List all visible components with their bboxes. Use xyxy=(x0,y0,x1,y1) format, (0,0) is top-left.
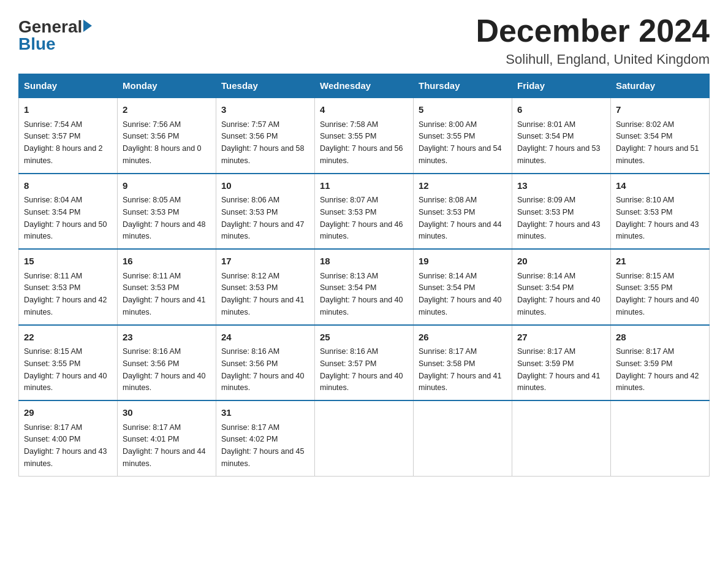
calendar-cell xyxy=(611,400,710,476)
sunset-text: Sunset: 3:54 PM xyxy=(616,132,672,140)
day-number: 14 xyxy=(616,179,704,193)
calendar-cell: 19Sunrise: 8:14 AMSunset: 3:54 PMDayligh… xyxy=(414,249,512,325)
sunrise-text: Sunrise: 8:13 AM xyxy=(320,272,378,280)
daylight-text: Daylight: 7 hours and 40 minutes. xyxy=(320,372,403,393)
sunrise-text: Sunrise: 8:14 AM xyxy=(419,272,477,280)
day-number: 10 xyxy=(221,179,309,193)
daylight-text: Daylight: 8 hours and 2 minutes. xyxy=(24,144,103,165)
logo: General Blue xyxy=(18,18,92,53)
sunset-text: Sunset: 4:01 PM xyxy=(123,435,179,443)
daylight-text: Daylight: 7 hours and 56 minutes. xyxy=(320,144,403,165)
calendar-cell: 8Sunrise: 8:04 AMSunset: 3:54 PMDaylight… xyxy=(19,174,118,250)
calendar-cell: 30Sunrise: 8:17 AMSunset: 4:01 PMDayligh… xyxy=(118,400,216,476)
header-row: SundayMondayTuesdayWednesdayThursdayFrid… xyxy=(19,74,710,98)
daylight-text: Daylight: 7 hours and 40 minutes. xyxy=(24,372,107,393)
sunrise-text: Sunrise: 8:08 AM xyxy=(419,196,477,204)
day-number: 23 xyxy=(123,331,211,345)
day-number: 3 xyxy=(221,103,309,117)
calendar-cell: 18Sunrise: 8:13 AMSunset: 3:54 PMDayligh… xyxy=(315,249,414,325)
day-number: 5 xyxy=(419,103,507,117)
daylight-text: Daylight: 7 hours and 48 minutes. xyxy=(123,220,206,241)
day-header-sunday: Sunday xyxy=(19,74,118,98)
sunrise-text: Sunrise: 7:54 AM xyxy=(24,120,82,129)
sunset-text: Sunset: 3:55 PM xyxy=(616,283,672,292)
sunset-text: Sunset: 3:57 PM xyxy=(24,132,80,140)
sunset-text: Sunset: 3:54 PM xyxy=(24,208,80,216)
day-number: 29 xyxy=(24,406,112,420)
calendar-cell: 11Sunrise: 8:07 AMSunset: 3:53 PMDayligh… xyxy=(315,174,414,250)
week-row-1: 1Sunrise: 7:54 AMSunset: 3:57 PMDaylight… xyxy=(19,98,710,174)
daylight-text: Daylight: 7 hours and 43 minutes. xyxy=(517,220,601,241)
sunrise-text: Sunrise: 8:06 AM xyxy=(221,196,279,204)
calendar-table: SundayMondayTuesdayWednesdayThursdayFrid… xyxy=(18,74,710,477)
sunrise-text: Sunrise: 8:17 AM xyxy=(419,347,477,356)
calendar-cell: 17Sunrise: 8:12 AMSunset: 3:53 PMDayligh… xyxy=(216,249,315,325)
calendar-cell: 24Sunrise: 8:16 AMSunset: 3:56 PMDayligh… xyxy=(216,325,315,401)
sunset-text: Sunset: 3:53 PM xyxy=(221,208,278,216)
sunset-text: Sunset: 3:54 PM xyxy=(517,283,574,292)
sunrise-text: Sunrise: 8:09 AM xyxy=(517,196,575,204)
sunset-text: Sunset: 3:53 PM xyxy=(419,208,475,216)
sunrise-text: Sunrise: 8:01 AM xyxy=(517,120,575,129)
day-header-wednesday: Wednesday xyxy=(315,74,414,98)
week-row-3: 15Sunrise: 8:11 AMSunset: 3:53 PMDayligh… xyxy=(19,249,710,325)
daylight-text: Daylight: 7 hours and 40 minutes. xyxy=(419,296,502,316)
sunrise-text: Sunrise: 8:05 AM xyxy=(123,196,181,204)
day-number: 8 xyxy=(24,179,112,193)
daylight-text: Daylight: 7 hours and 44 minutes. xyxy=(419,220,502,241)
day-number: 13 xyxy=(517,179,605,193)
sunrise-text: Sunrise: 8:17 AM xyxy=(24,423,82,432)
week-row-5: 29Sunrise: 8:17 AMSunset: 4:00 PMDayligh… xyxy=(19,400,710,476)
daylight-text: Daylight: 7 hours and 43 minutes. xyxy=(616,220,699,241)
daylight-text: Daylight: 7 hours and 43 minutes. xyxy=(24,447,107,468)
day-number: 17 xyxy=(221,255,309,269)
logo-arrow-icon xyxy=(83,20,92,32)
daylight-text: Daylight: 7 hours and 47 minutes. xyxy=(221,220,305,241)
day-number: 2 xyxy=(123,103,211,117)
daylight-text: Daylight: 7 hours and 41 minutes. xyxy=(419,372,502,393)
sunrise-text: Sunrise: 8:00 AM xyxy=(419,120,477,129)
calendar-cell: 1Sunrise: 7:54 AMSunset: 3:57 PMDaylight… xyxy=(19,98,118,174)
sunset-text: Sunset: 3:55 PM xyxy=(419,132,475,140)
sunrise-text: Sunrise: 8:15 AM xyxy=(24,347,82,356)
sunrise-text: Sunrise: 7:56 AM xyxy=(123,120,181,129)
daylight-text: Daylight: 7 hours and 41 minutes. xyxy=(221,296,305,316)
sunset-text: Sunset: 3:54 PM xyxy=(320,283,376,292)
day-number: 16 xyxy=(123,255,211,269)
daylight-text: Daylight: 8 hours and 0 minutes. xyxy=(123,144,202,165)
sunrise-text: Sunrise: 8:07 AM xyxy=(320,196,378,204)
logo-blue-text: Blue xyxy=(18,34,56,53)
calendar-cell: 23Sunrise: 8:16 AMSunset: 3:56 PMDayligh… xyxy=(118,325,216,401)
calendar-cell: 13Sunrise: 8:09 AMSunset: 3:53 PMDayligh… xyxy=(512,174,611,250)
sunrise-text: Sunrise: 8:17 AM xyxy=(616,347,674,356)
daylight-text: Daylight: 7 hours and 51 minutes. xyxy=(616,144,699,165)
sunrise-text: Sunrise: 8:02 AM xyxy=(616,120,674,129)
sunrise-text: Sunrise: 8:16 AM xyxy=(320,347,378,356)
week-row-2: 8Sunrise: 8:04 AMSunset: 3:54 PMDaylight… xyxy=(19,174,710,250)
sunset-text: Sunset: 3:55 PM xyxy=(24,359,80,368)
daylight-text: Daylight: 7 hours and 44 minutes. xyxy=(123,447,206,468)
daylight-text: Daylight: 7 hours and 58 minutes. xyxy=(221,144,305,165)
day-header-thursday: Thursday xyxy=(414,74,512,98)
daylight-text: Daylight: 7 hours and 54 minutes. xyxy=(419,144,502,165)
daylight-text: Daylight: 7 hours and 42 minutes. xyxy=(616,372,699,393)
daylight-text: Daylight: 7 hours and 40 minutes. xyxy=(517,296,601,316)
logo-general-text: General xyxy=(18,18,82,36)
calendar-title: December 2024 xyxy=(476,12,710,49)
calendar-cell: 7Sunrise: 8:02 AMSunset: 3:54 PMDaylight… xyxy=(611,98,710,174)
day-number: 28 xyxy=(616,331,704,345)
sunrise-text: Sunrise: 8:11 AM xyxy=(24,272,82,280)
sunset-text: Sunset: 3:53 PM xyxy=(517,208,574,216)
calendar-cell: 26Sunrise: 8:17 AMSunset: 3:58 PMDayligh… xyxy=(414,325,512,401)
calendar-cell: 5Sunrise: 8:00 AMSunset: 3:55 PMDaylight… xyxy=(414,98,512,174)
sunset-text: Sunset: 3:58 PM xyxy=(419,359,475,368)
calendar-cell: 27Sunrise: 8:17 AMSunset: 3:59 PMDayligh… xyxy=(512,325,611,401)
sunrise-text: Sunrise: 7:58 AM xyxy=(320,120,378,129)
daylight-text: Daylight: 7 hours and 53 minutes. xyxy=(517,144,601,165)
calendar-cell: 28Sunrise: 8:17 AMSunset: 3:59 PMDayligh… xyxy=(611,325,710,401)
day-number: 1 xyxy=(24,103,112,117)
day-number: 15 xyxy=(24,255,112,269)
daylight-text: Daylight: 7 hours and 40 minutes. xyxy=(123,372,206,393)
day-number: 7 xyxy=(616,103,704,117)
sunrise-text: Sunrise: 8:17 AM xyxy=(123,423,181,432)
